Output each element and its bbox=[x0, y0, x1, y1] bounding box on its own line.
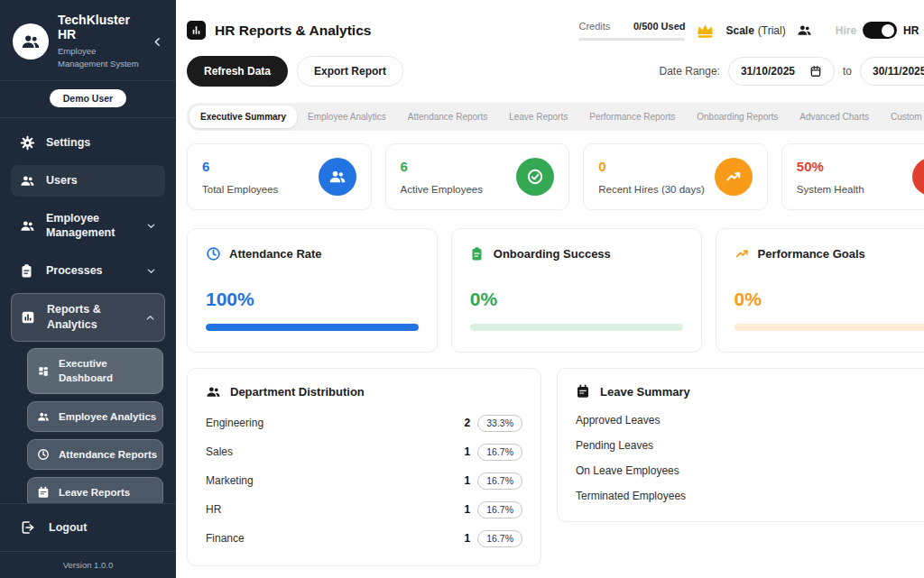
tab-custom-builder[interactable]: Custom Builder bbox=[880, 106, 924, 128]
stat-value: 50% bbox=[797, 159, 864, 174]
list-item: Pending Leaves 2 bbox=[576, 433, 924, 458]
sidebar-subitem-leave-reports[interactable]: Leave Reports bbox=[27, 477, 163, 503]
logout-label: Logout bbox=[49, 521, 87, 534]
stat-value: 6 bbox=[202, 159, 278, 174]
department-name: Finance bbox=[206, 532, 245, 545]
credits-progressbar bbox=[578, 38, 685, 41]
tabbar: Executive Summary Employee Analytics Att… bbox=[187, 103, 924, 131]
sidebar-item-employee-management[interactable]: Employee Management bbox=[11, 203, 165, 250]
users-icon bbox=[37, 410, 50, 423]
table-row: Engineering 233.3% bbox=[206, 408, 522, 437]
stat-label: Total Employees bbox=[202, 184, 278, 195]
trend-up-icon bbox=[735, 246, 750, 261]
progress-fill bbox=[206, 324, 419, 331]
department-percent-badge: 16.7% bbox=[477, 472, 522, 490]
sidebar-item-label: Reports & Analytics bbox=[47, 302, 134, 333]
sidebar-subitem-attendance-reports[interactable]: Attendance Reports bbox=[27, 439, 163, 470]
mode-toggle[interactable] bbox=[863, 22, 897, 39]
gear-icon bbox=[20, 135, 35, 151]
department-count: 1 bbox=[465, 503, 471, 516]
chevron-down-icon bbox=[146, 221, 156, 231]
logout-button[interactable]: Logout bbox=[0, 503, 176, 551]
reports-subnav: Executive Dashboard Employee Analytics A… bbox=[27, 348, 163, 503]
leave-metric-name: On Leave Employees bbox=[576, 464, 679, 477]
stat-label: Recent Hires (30 days) bbox=[598, 184, 705, 195]
crown-icon bbox=[695, 22, 716, 40]
list-item: Approved Leaves 1 bbox=[576, 408, 924, 433]
table-row: HR 116.7% bbox=[206, 495, 522, 524]
plan-name: Scale bbox=[725, 24, 753, 37]
sidebar-subitem-employee-analytics[interactable]: Employee Analytics bbox=[27, 401, 163, 432]
sidebar-item-processes[interactable]: Processes bbox=[11, 255, 165, 287]
main-content: HR Reports & Analytics Credits 0/500 Use… bbox=[176, 0, 924, 578]
progressbar bbox=[735, 324, 924, 331]
refresh-data-button[interactable]: Refresh Data bbox=[187, 56, 288, 87]
export-report-button[interactable]: Export Report bbox=[297, 56, 403, 87]
date-to-value: 30/11/2025 bbox=[873, 65, 924, 78]
department-name: Sales bbox=[206, 445, 233, 458]
department-name: Engineering bbox=[206, 417, 263, 429]
mode-toggle-group: Hire HR bbox=[836, 22, 919, 39]
progress-card-value: 0% bbox=[735, 289, 924, 310]
sidebar-item-users[interactable]: Users bbox=[11, 165, 165, 197]
brand-subtitle: Employee Management System bbox=[58, 45, 141, 71]
sidebar-item-label: Settings bbox=[46, 135, 156, 151]
users-icon bbox=[20, 173, 35, 188]
sidebar-item-reports-analytics[interactable]: Reports & Analytics bbox=[11, 293, 165, 342]
progress-card-attendance-rate: Attendance Rate 100% bbox=[187, 228, 438, 353]
panel-title: Leave Summary bbox=[600, 385, 690, 399]
progressbar bbox=[470, 324, 683, 331]
department-distribution-panel: Department Distribution Engineering 233.… bbox=[187, 368, 541, 566]
date-to-input[interactable]: 30/11/2025 bbox=[860, 57, 924, 86]
calendar-icon bbox=[576, 384, 591, 399]
stat-value: 6 bbox=[401, 159, 483, 174]
department-count: 1 bbox=[465, 532, 471, 545]
users-icon bbox=[21, 32, 41, 51]
calendar-icon bbox=[809, 65, 822, 78]
page-title: HR Reports & Analytics bbox=[215, 23, 371, 39]
list-item: Terminated Employees 0 bbox=[576, 483, 924, 509]
date-from-value: 31/10/2025 bbox=[741, 65, 795, 78]
brand-header: TechKluster HR Employee Management Syste… bbox=[0, 0, 176, 80]
logout-icon bbox=[20, 519, 36, 536]
department-percent-badge: 16.7% bbox=[477, 530, 522, 547]
sidebar-item-label: Users bbox=[46, 173, 156, 188]
date-range-label: Date Range: bbox=[660, 65, 720, 78]
tab-advanced-charts[interactable]: Advanced Charts bbox=[789, 106, 880, 128]
date-from-input[interactable]: 31/10/2025 bbox=[728, 57, 835, 86]
tab-onboarding-reports[interactable]: Onboarding Reports bbox=[686, 106, 789, 128]
demo-user-badge: Demo User bbox=[50, 89, 126, 107]
brand-logo bbox=[13, 23, 49, 60]
tab-attendance-reports[interactable]: Attendance Reports bbox=[397, 106, 498, 128]
tab-executive-summary[interactable]: Executive Summary bbox=[189, 106, 297, 128]
sidebar-subitem-executive-dashboard[interactable]: Executive Dashboard bbox=[27, 348, 163, 394]
stats-row: 6 Total Employees 6 Active Employees 0 R… bbox=[176, 131, 924, 210]
plan-suffix: (Trial) bbox=[758, 24, 786, 37]
toggle-hr-label: HR bbox=[903, 24, 919, 37]
department-count: 1 bbox=[465, 474, 471, 487]
department-name: HR bbox=[206, 503, 221, 516]
sidebar: TechKluster HR Employee Management Syste… bbox=[0, 0, 176, 578]
sidebar-item-settings[interactable]: Settings bbox=[11, 127, 165, 159]
tab-performance-reports[interactable]: Performance Reports bbox=[578, 106, 686, 128]
progress-card-title: Onboarding Success bbox=[494, 247, 611, 261]
department-percent-badge: 33.3% bbox=[477, 415, 522, 432]
toggle-knob bbox=[882, 24, 894, 37]
tab-employee-analytics[interactable]: Employee Analytics bbox=[297, 106, 397, 128]
chevron-up-icon bbox=[145, 313, 155, 323]
chevron-down-icon bbox=[146, 266, 156, 276]
grid-icon bbox=[37, 365, 50, 378]
calendar-icon bbox=[37, 486, 50, 499]
trend-up-icon bbox=[715, 158, 753, 196]
clipboard-icon bbox=[20, 263, 35, 279]
sidebar-collapse-button[interactable] bbox=[150, 34, 165, 50]
table-row: Finance 116.7% bbox=[206, 524, 522, 553]
stat-value: 0 bbox=[598, 159, 705, 174]
leave-metric-name: Approved Leaves bbox=[576, 414, 660, 427]
tab-leave-reports[interactable]: Leave Reports bbox=[498, 106, 578, 128]
users-icon[interactable] bbox=[796, 23, 813, 38]
alert-icon bbox=[912, 158, 924, 196]
list-item: On Leave Employees 0 bbox=[576, 458, 924, 483]
credits-meter: Credits 0/500 Used bbox=[578, 21, 685, 41]
topbar: HR Reports & Analytics Credits 0/500 Use… bbox=[176, 0, 924, 50]
